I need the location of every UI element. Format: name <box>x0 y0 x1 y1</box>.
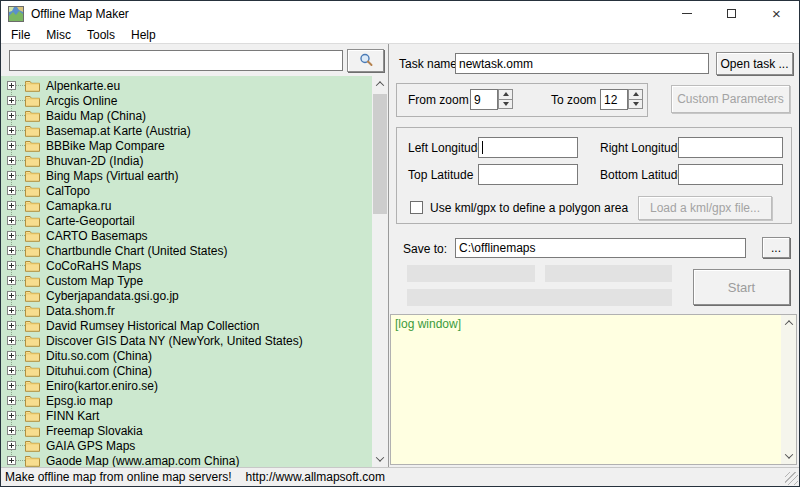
scroll-down-button[interactable] <box>372 451 388 467</box>
expand-plus-icon[interactable] <box>7 306 16 315</box>
to-zoom-input[interactable] <box>600 89 628 110</box>
start-button[interactable]: Start <box>693 269 790 305</box>
tree-item[interactable]: CalTopo <box>1 183 372 198</box>
top-latitude-input[interactable] <box>478 164 578 185</box>
tree-item[interactable]: David Rumsey Historical Map Collection <box>1 318 372 333</box>
task-name-input[interactable] <box>455 53 709 74</box>
search-input[interactable] <box>9 50 343 71</box>
left-longitude-label: Left Longitude <box>408 141 484 155</box>
tree-item[interactable]: Gaode Map (www.amap.com China) <box>1 453 372 467</box>
tree-item[interactable]: Baidu Map (China) <box>1 108 372 123</box>
tree-item-label: Ditu.so.com (China) <box>46 349 152 363</box>
expand-plus-icon[interactable] <box>7 321 16 330</box>
tree-item[interactable]: CoCoRaHS Maps <box>1 258 372 273</box>
log-scrollbar[interactable] <box>781 315 796 464</box>
expand-plus-icon[interactable] <box>7 276 16 285</box>
tree-item[interactable]: CARTO Basemaps <box>1 228 372 243</box>
tree-connector <box>16 415 25 416</box>
close-button[interactable]: × <box>754 1 799 26</box>
tree-item[interactable]: Bing Maps (Virtual earth) <box>1 168 372 183</box>
scroll-up-button[interactable] <box>372 76 388 92</box>
folder-icon <box>25 454 40 467</box>
tree-item[interactable]: Data.shom.fr <box>1 303 372 318</box>
expand-plus-icon[interactable] <box>7 411 16 420</box>
expand-plus-icon[interactable] <box>7 366 16 375</box>
from-zoom-input[interactable] <box>470 89 498 110</box>
spin-down-button[interactable] <box>498 100 513 110</box>
minimize-button[interactable] <box>664 1 709 26</box>
tree-item[interactable]: Epsg.io map <box>1 393 372 408</box>
menu-item[interactable]: Misc <box>38 26 79 44</box>
tree-item[interactable]: Basemap.at Karte (Austria) <box>1 123 372 138</box>
tree-item[interactable]: FINN Kart <box>1 408 372 423</box>
expand-plus-icon[interactable] <box>7 216 16 225</box>
tree-item-label: Arcgis Online <box>46 94 117 108</box>
tree-item-label: BBBike Map Compare <box>46 139 165 153</box>
expand-plus-icon[interactable] <box>7 156 16 165</box>
expand-plus-icon[interactable] <box>7 426 16 435</box>
expand-plus-icon[interactable] <box>7 336 16 345</box>
tree-item[interactable]: Carte-Geoportail <box>1 213 372 228</box>
folder-icon <box>25 409 40 422</box>
expand-plus-icon[interactable] <box>7 351 16 360</box>
right-longitude-input[interactable] <box>678 137 783 158</box>
scroll-down-button[interactable] <box>781 448 796 464</box>
maximize-button[interactable] <box>709 1 754 26</box>
tree-item[interactable]: Bhuvan-2D (India) <box>1 153 372 168</box>
spin-down-button[interactable] <box>628 100 643 110</box>
tree-item[interactable]: Chartbundle Chart (United States) <box>1 243 372 258</box>
expand-plus-icon[interactable] <box>7 261 16 270</box>
tree-item[interactable]: Arcgis Online <box>1 93 372 108</box>
tree-item-label: Camapka.ru <box>46 199 111 213</box>
use-kml-checkbox[interactable] <box>410 201 423 214</box>
tree-item[interactable]: Alpenkarte.eu <box>1 78 372 93</box>
menu-item[interactable]: File <box>3 26 38 44</box>
expand-plus-icon[interactable] <box>7 111 16 120</box>
tree-item[interactable]: Camapka.ru <box>1 198 372 213</box>
expand-plus-icon[interactable] <box>7 171 16 180</box>
expand-plus-icon[interactable] <box>7 246 16 255</box>
expand-plus-icon[interactable] <box>7 126 16 135</box>
from-zoom-spinner <box>498 89 513 109</box>
expand-plus-icon[interactable] <box>7 231 16 240</box>
expand-plus-icon[interactable] <box>7 186 16 195</box>
tree-item[interactable]: GAIA GPS Maps <box>1 438 372 453</box>
custom-parameters-button[interactable]: Custom Parameters <box>671 85 790 113</box>
expand-plus-icon[interactable] <box>7 441 16 450</box>
tree-item[interactable]: Discover GIS Data NY (NewYork, United St… <box>1 333 372 348</box>
browse-button[interactable]: ... <box>762 237 790 258</box>
load-kml-button[interactable]: Load a kml/gpx file... <box>638 196 772 220</box>
expand-plus-icon[interactable] <box>7 141 16 150</box>
menu-item[interactable]: Help <box>123 26 164 44</box>
expand-plus-icon[interactable] <box>7 456 16 465</box>
expand-plus-icon[interactable] <box>7 291 16 300</box>
open-task-button[interactable]: Open task ... <box>716 52 793 75</box>
expand-plus-icon[interactable] <box>7 396 16 405</box>
tree-item[interactable]: Freemap Slovakia <box>1 423 372 438</box>
tree-item-label: Epsg.io map <box>46 394 113 408</box>
tree-item[interactable]: Ditu.so.com (China) <box>1 348 372 363</box>
save-to-input[interactable] <box>455 238 746 258</box>
scrollbar-thumb[interactable] <box>373 94 387 214</box>
expand-plus-icon[interactable] <box>7 381 16 390</box>
tree-connector <box>16 340 25 341</box>
tree-item[interactable]: Eniro(kartor.eniro.se) <box>1 378 372 393</box>
scroll-up-button[interactable] <box>781 315 796 331</box>
left-longitude-input[interactable] <box>478 137 578 158</box>
folder-icon <box>25 364 40 377</box>
tree-item[interactable]: Cyberjapandata.gsi.go.jp <box>1 288 372 303</box>
bottom-latitude-input[interactable] <box>678 164 783 185</box>
tree-item[interactable]: BBBike Map Compare <box>1 138 372 153</box>
search-button[interactable] <box>347 49 384 72</box>
expand-plus-icon[interactable] <box>7 81 16 90</box>
spin-up-button[interactable] <box>498 89 513 100</box>
tree-item[interactable]: Dituhui.com (China) <box>1 363 372 378</box>
resize-grip-icon[interactable] <box>785 472 798 485</box>
menu-item[interactable]: Tools <box>79 26 123 44</box>
expand-plus-icon[interactable] <box>7 96 16 105</box>
tree-scrollbar[interactable] <box>372 76 388 467</box>
title-bar: Offline Map Maker × <box>1 1 799 26</box>
tree-item[interactable]: Custom Map Type <box>1 273 372 288</box>
spin-up-button[interactable] <box>628 89 643 100</box>
expand-plus-icon[interactable] <box>7 201 16 210</box>
